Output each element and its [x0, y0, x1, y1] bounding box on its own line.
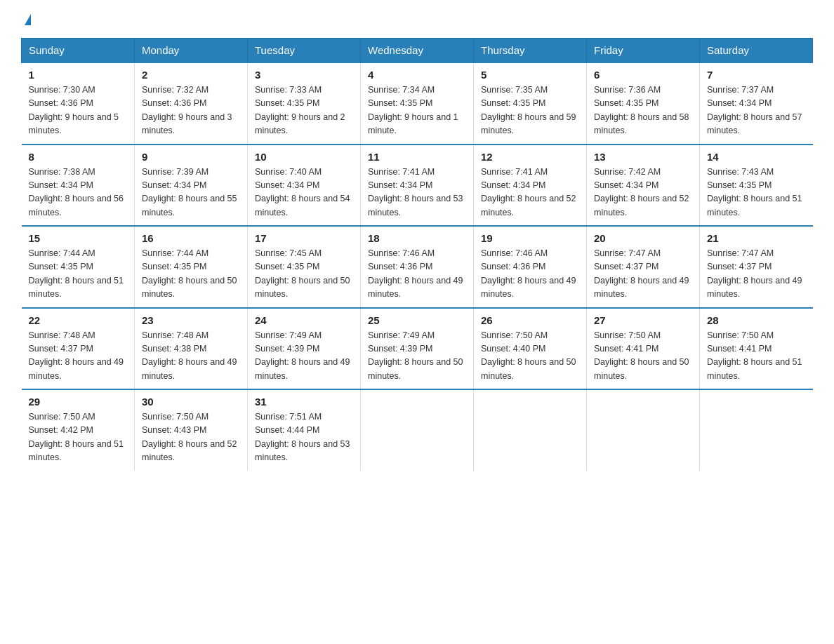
calendar-header-row: SundayMondayTuesdayWednesdayThursdayFrid… [22, 39, 813, 63]
day-info: Sunrise: 7:44 AMSunset: 4:35 PMDaylight:… [142, 247, 240, 302]
header-saturday: Saturday [700, 39, 813, 63]
day-info: Sunrise: 7:42 AMSunset: 4:34 PMDaylight:… [594, 166, 692, 220]
day-number: 5 [481, 69, 579, 81]
day-info: Sunrise: 7:48 AMSunset: 4:38 PMDaylight:… [142, 329, 240, 384]
day-number: 25 [368, 314, 466, 326]
day-number: 9 [142, 151, 240, 163]
day-number: 26 [481, 314, 579, 326]
calendar-cell: 10Sunrise: 7:40 AMSunset: 4:34 PMDayligh… [248, 145, 361, 227]
day-number: 21 [707, 232, 806, 244]
day-number: 10 [255, 151, 353, 163]
header-tuesday: Tuesday [248, 39, 361, 63]
calendar-cell: 8Sunrise: 7:38 AMSunset: 4:34 PMDaylight… [22, 145, 135, 227]
calendar-cell: 7Sunrise: 7:37 AMSunset: 4:34 PMDaylight… [700, 62, 813, 145]
calendar-cell: 22Sunrise: 7:48 AMSunset: 4:37 PMDayligh… [22, 308, 135, 390]
calendar-cell: 6Sunrise: 7:36 AMSunset: 4:35 PMDaylight… [587, 62, 700, 145]
calendar-cell: 13Sunrise: 7:42 AMSunset: 4:34 PMDayligh… [587, 145, 700, 227]
day-number: 24 [255, 314, 353, 326]
calendar-cell: 5Sunrise: 7:35 AMSunset: 4:35 PMDaylight… [474, 62, 587, 145]
day-number: 4 [368, 69, 466, 81]
calendar-cell: 1Sunrise: 7:30 AMSunset: 4:36 PMDaylight… [22, 62, 135, 145]
day-number: 11 [368, 151, 466, 163]
day-number: 12 [481, 151, 579, 163]
day-number: 29 [29, 396, 128, 408]
day-info: Sunrise: 7:50 AMSunset: 4:41 PMDaylight:… [594, 329, 692, 384]
calendar-cell: 4Sunrise: 7:34 AMSunset: 4:35 PMDaylight… [361, 62, 474, 145]
calendar-cell: 26Sunrise: 7:50 AMSunset: 4:40 PMDayligh… [474, 308, 587, 390]
day-info: Sunrise: 7:46 AMSunset: 4:36 PMDaylight:… [481, 247, 579, 302]
calendar-cell: 29Sunrise: 7:50 AMSunset: 4:42 PMDayligh… [22, 389, 135, 471]
day-info: Sunrise: 7:40 AMSunset: 4:34 PMDaylight:… [255, 166, 353, 220]
day-info: Sunrise: 7:33 AMSunset: 4:35 PMDaylight:… [255, 83, 353, 138]
day-info: Sunrise: 7:51 AMSunset: 4:44 PMDaylight:… [255, 410, 353, 465]
day-info: Sunrise: 7:38 AMSunset: 4:34 PMDaylight:… [29, 166, 128, 220]
page-header [21, 14, 813, 24]
calendar-cell: 17Sunrise: 7:45 AMSunset: 4:35 PMDayligh… [248, 226, 361, 308]
calendar-cell: 25Sunrise: 7:49 AMSunset: 4:39 PMDayligh… [361, 308, 474, 390]
day-number: 27 [594, 314, 692, 326]
day-info: Sunrise: 7:49 AMSunset: 4:39 PMDaylight:… [368, 329, 466, 384]
day-number: 1 [29, 69, 128, 81]
day-info: Sunrise: 7:43 AMSunset: 4:35 PMDaylight:… [707, 166, 806, 220]
week-row-2: 8Sunrise: 7:38 AMSunset: 4:34 PMDaylight… [22, 145, 813, 227]
day-info: Sunrise: 7:35 AMSunset: 4:35 PMDaylight:… [481, 83, 579, 138]
calendar-cell: 27Sunrise: 7:50 AMSunset: 4:41 PMDayligh… [587, 308, 700, 390]
day-info: Sunrise: 7:48 AMSunset: 4:37 PMDaylight:… [29, 329, 128, 384]
calendar-cell [474, 389, 587, 471]
calendar-cell: 20Sunrise: 7:47 AMSunset: 4:37 PMDayligh… [587, 226, 700, 308]
day-number: 15 [29, 232, 128, 244]
week-row-1: 1Sunrise: 7:30 AMSunset: 4:36 PMDaylight… [22, 62, 813, 145]
day-info: Sunrise: 7:44 AMSunset: 4:35 PMDaylight:… [29, 247, 128, 302]
day-number: 31 [255, 396, 353, 408]
day-info: Sunrise: 7:46 AMSunset: 4:36 PMDaylight:… [368, 247, 466, 302]
day-number: 3 [255, 69, 353, 81]
header-wednesday: Wednesday [361, 39, 474, 63]
day-number: 8 [29, 151, 128, 163]
calendar-cell: 3Sunrise: 7:33 AMSunset: 4:35 PMDaylight… [248, 62, 361, 145]
day-number: 22 [29, 314, 128, 326]
day-number: 13 [594, 151, 692, 163]
calendar-cell: 16Sunrise: 7:44 AMSunset: 4:35 PMDayligh… [135, 226, 248, 308]
day-info: Sunrise: 7:47 AMSunset: 4:37 PMDaylight:… [707, 247, 806, 302]
day-number: 18 [368, 232, 466, 244]
day-number: 28 [707, 314, 806, 326]
day-number: 2 [142, 69, 240, 81]
calendar-cell [587, 389, 700, 471]
calendar-cell: 31Sunrise: 7:51 AMSunset: 4:44 PMDayligh… [248, 389, 361, 471]
day-number: 17 [255, 232, 353, 244]
calendar-cell: 18Sunrise: 7:46 AMSunset: 4:36 PMDayligh… [361, 226, 474, 308]
day-info: Sunrise: 7:34 AMSunset: 4:35 PMDaylight:… [368, 83, 466, 138]
week-row-4: 22Sunrise: 7:48 AMSunset: 4:37 PMDayligh… [22, 308, 813, 390]
calendar-cell: 28Sunrise: 7:50 AMSunset: 4:41 PMDayligh… [700, 308, 813, 390]
calendar-cell: 24Sunrise: 7:49 AMSunset: 4:39 PMDayligh… [248, 308, 361, 390]
header-thursday: Thursday [474, 39, 587, 63]
day-info: Sunrise: 7:47 AMSunset: 4:37 PMDaylight:… [594, 247, 692, 302]
header-monday: Monday [135, 39, 248, 63]
calendar-cell: 21Sunrise: 7:47 AMSunset: 4:37 PMDayligh… [700, 226, 813, 308]
calendar-cell: 30Sunrise: 7:50 AMSunset: 4:43 PMDayligh… [135, 389, 248, 471]
day-number: 20 [594, 232, 692, 244]
day-number: 19 [481, 232, 579, 244]
day-number: 16 [142, 232, 240, 244]
day-number: 23 [142, 314, 240, 326]
day-info: Sunrise: 7:45 AMSunset: 4:35 PMDaylight:… [255, 247, 353, 302]
calendar-cell: 23Sunrise: 7:48 AMSunset: 4:38 PMDayligh… [135, 308, 248, 390]
logo [21, 14, 31, 24]
day-info: Sunrise: 7:50 AMSunset: 4:41 PMDaylight:… [707, 329, 806, 384]
day-info: Sunrise: 7:49 AMSunset: 4:39 PMDaylight:… [255, 329, 353, 384]
header-sunday: Sunday [22, 39, 135, 63]
day-info: Sunrise: 7:41 AMSunset: 4:34 PMDaylight:… [368, 166, 466, 220]
logo-triangle-icon [25, 14, 31, 25]
day-number: 14 [707, 151, 806, 163]
day-number: 7 [707, 69, 806, 81]
calendar-cell: 19Sunrise: 7:46 AMSunset: 4:36 PMDayligh… [474, 226, 587, 308]
calendar-cell: 11Sunrise: 7:41 AMSunset: 4:34 PMDayligh… [361, 145, 474, 227]
calendar-cell: 14Sunrise: 7:43 AMSunset: 4:35 PMDayligh… [700, 145, 813, 227]
day-info: Sunrise: 7:30 AMSunset: 4:36 PMDaylight:… [29, 83, 128, 138]
day-info: Sunrise: 7:32 AMSunset: 4:36 PMDaylight:… [142, 83, 240, 138]
calendar-cell [700, 389, 813, 471]
day-info: Sunrise: 7:36 AMSunset: 4:35 PMDaylight:… [594, 83, 692, 138]
day-number: 30 [142, 396, 240, 408]
calendar-cell [361, 389, 474, 471]
day-info: Sunrise: 7:37 AMSunset: 4:34 PMDaylight:… [707, 83, 806, 138]
